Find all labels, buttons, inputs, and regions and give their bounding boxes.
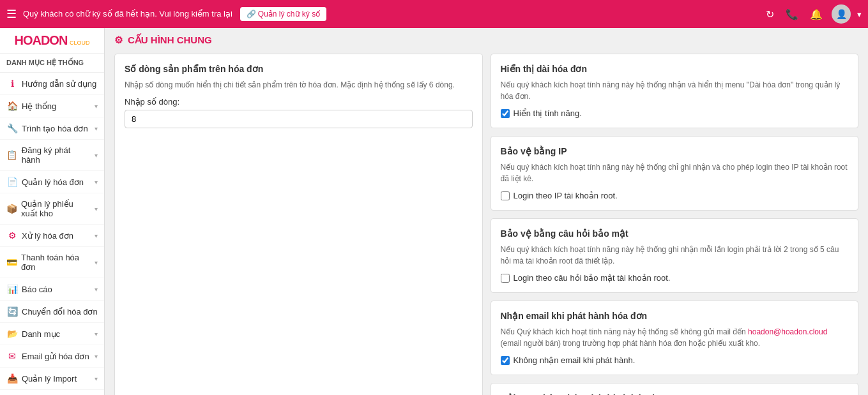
left-card: Số dòng sản phẩm trên hóa đơn Nhập số dò… [114, 54, 483, 395]
sidebar-item-download[interactable]: ⬇ Download ▾ [0, 390, 104, 395]
chevron-icon: ▾ [95, 205, 98, 212]
sidebar-item-chuyen-doi[interactable]: 🔄 Chuyển đổi hóa đơn [0, 301, 104, 323]
page-header: ⚙ CẤU HÌNH CHUNG [114, 34, 858, 46]
sidebar-label: Trình tạo hóa đơn [22, 124, 88, 133]
checkbox-label: Login theo câu hỏi bảo mật tài khoản roo… [514, 273, 671, 283]
chevron-icon: ▾ [95, 103, 98, 110]
sidebar-header: DANH MỤC HỆ THỐNG [0, 54, 104, 73]
checkbox-label: Không nhận email khi phát hành. [514, 355, 636, 365]
avatar[interactable]: 👤 [832, 4, 851, 24]
sidebar-label: Chuyển đổi hóa đơn [22, 307, 98, 317]
sidebar-item-email[interactable]: ✉ Email gửi hóa đơn ▾ [0, 345, 104, 368]
sidebar-item-danh-muc[interactable]: 📂 Danh mục ▾ [0, 323, 104, 345]
card-bao-ve-ip: Bảo vệ bằng IP Nếu quý khách kích hoạt t… [491, 136, 859, 211]
rows-input[interactable] [125, 110, 473, 128]
convert-icon: 🔄 [6, 306, 18, 317]
main-content: ⚙ CẤU HÌNH CHUNG Số dòng sản phẩm trên h… [105, 28, 868, 395]
chevron-icon: ▾ [95, 125, 98, 132]
topbar-alert: Quý khách có chữ ký số đã hết hạn. Vui l… [23, 7, 763, 21]
chevron-icon: ▾ [95, 353, 98, 360]
page-gear-icon: ⚙ [114, 34, 123, 46]
sidebar: HOADON CLOUD DANH MỤC HỆ THỐNG ℹ Hướng d… [0, 28, 105, 395]
checkbox-row-ip: Login theo IP tài khoản root. [501, 191, 849, 200]
logo-area: HOADON CLOUD [0, 28, 104, 54]
email-icon: ✉ [6, 351, 18, 361]
bell-button[interactable]: 🔔 [807, 6, 825, 23]
import-icon: 📥 [6, 373, 18, 384]
manage-signature-link[interactable]: 🔗 Quản lý chữ ký số [240, 7, 327, 21]
card-desc: Nếu Quý khách kích hoạt tính năng này hệ… [501, 326, 849, 349]
layout: HOADON CLOUD DANH MỤC HỆ THỐNG ℹ Hướng d… [0, 28, 868, 395]
phone-button[interactable]: 📞 [783, 6, 801, 23]
chevron-icon: ▾ [95, 259, 98, 266]
chevron-icon: ▾ [95, 375, 98, 382]
payment-icon: 💳 [6, 257, 17, 267]
sidebar-label: Email gửi hóa đơn [22, 352, 89, 361]
card-title: Nhận email khi phát hành hóa đơn [501, 311, 849, 321]
sidebar-item-xu-ly[interactable]: ⚙ Xử lý hóa đơn ▾ [0, 225, 104, 247]
home-icon: 🏠 [6, 101, 18, 111]
sidebar-item-thanh-toan[interactable]: 💳 Thanh toán hóa đơn ▾ [0, 247, 104, 278]
content-grid: Số dòng sản phẩm trên hóa đơn Nhập số dò… [114, 54, 858, 395]
checkbox-row-cau-hoi: Login theo câu hỏi bảo mật tài khoản roo… [501, 273, 849, 283]
card-desc: Nếu quý khách kích hoạt tính năng này hệ… [501, 244, 849, 267]
right-panel: Hiển thị dài hóa đơn Nếu quý khách kích … [491, 54, 859, 395]
wrench-icon: 🔧 [6, 123, 18, 133]
sidebar-label: Danh mục [22, 329, 60, 339]
left-card-description: Nhập số dòng muốn hiển thị chi tiết sản … [125, 79, 473, 91]
sidebar-label: Thanh toán hóa đơn [21, 253, 91, 272]
menu-icon[interactable]: ☰ [6, 7, 17, 21]
info-icon: ℹ [6, 78, 18, 89]
card-desc: Nếu quý khách kích hoạt tính năng này hệ… [501, 79, 849, 102]
box-icon: 📦 [6, 204, 17, 214]
sidebar-item-bao-cao[interactable]: 📊 Báo cáo ▾ [0, 278, 104, 301]
document-icon: 📄 [6, 177, 18, 187]
sidebar-label: Quản lý Import [22, 374, 77, 384]
chart-icon: 📊 [6, 284, 18, 294]
sidebar-item-huong-dan[interactable]: ℹ Hướng dẫn sử dụng [0, 73, 104, 95]
chevron-icon: ▾ [95, 152, 98, 159]
logo: HOADON CLOUD [14, 33, 89, 48]
sidebar-label: Đăng ký phát hành [22, 145, 91, 165]
checkbox-row-hien-thi: Hiển thị tính năng. [501, 108, 849, 118]
checkbox-label: Hiển thị tính năng. [514, 108, 582, 118]
alert-text: Quý khách có chữ ký số đã hết hạn. Vui l… [23, 9, 232, 19]
sidebar-item-trinh-tao[interactable]: 🔧 Trình tạo hóa đơn ▾ [0, 117, 104, 140]
folder-icon: 📂 [6, 329, 18, 339]
settings-icon: ⚙ [6, 230, 18, 241]
card-hien-thi: Hiển thị dài hóa đơn Nếu quý khách kích … [491, 54, 859, 128]
sidebar-item-quan-ly-phieu[interactable]: 📦 Quản lý phiếu xuất kho ▾ [0, 193, 104, 225]
sidebar-label: Xử lý hóa đơn [22, 231, 73, 241]
sidebar-item-he-thong[interactable]: 🏠 Hệ thống ▾ [0, 95, 104, 117]
checkbox-ip[interactable] [501, 191, 510, 200]
card-title: Bảo vệ bằng IP [501, 146, 849, 156]
user-dropdown-arrow[interactable]: ▾ [857, 10, 862, 19]
sidebar-label: Báo cáo [22, 285, 52, 294]
chevron-icon: ▾ [95, 179, 98, 186]
card-cau-hoi: Bảo vệ bằng câu hỏi bảo mật Nếu quý khác… [491, 218, 859, 293]
card-nhan-email: Nhận email khi phát hành hóa đơn Nếu Quý… [491, 301, 859, 375]
sidebar-label: Hướng dẫn sử dụng [22, 79, 96, 89]
checkbox-email[interactable] [501, 356, 510, 365]
sidebar-label: Hệ thống [22, 101, 56, 111]
topbar-icons: ↻ 📞 🔔 👤 ▾ [763, 4, 862, 24]
card-title: Hiển thị dài hóa đơn [501, 64, 849, 74]
checkbox-hien-thi[interactable] [501, 109, 510, 118]
chevron-icon: ▾ [95, 232, 98, 239]
sidebar-item-import[interactable]: 📥 Quản lý Import ▾ [0, 368, 104, 390]
checkbox-row-email: Không nhận email khi phát hành. [501, 355, 849, 365]
checkbox-cau-hoi[interactable] [501, 274, 510, 283]
refresh-button[interactable]: ↻ [763, 6, 777, 23]
card-desc: Nếu quý khách kích hoạt tính năng này hệ… [501, 161, 849, 184]
left-card-title: Số dòng sản phẩm trên hóa đơn [125, 64, 473, 74]
sidebar-item-dang-ky[interactable]: 📋 Đăng ký phát hành ▾ [0, 140, 104, 171]
input-label: Nhập số dòng: [125, 97, 473, 107]
chevron-icon: ▾ [95, 331, 98, 338]
sidebar-label: Quản lý hóa đơn [22, 177, 84, 187]
card-gui-sms: Gửi SMS thông báo phát hành hóa đơn Nếu … [491, 383, 859, 395]
checkbox-label: Login theo IP tài khoản root. [514, 191, 618, 200]
sidebar-item-quan-ly-hd[interactable]: 📄 Quản lý hóa đơn ▾ [0, 171, 104, 193]
card-title: Bảo vệ bằng câu hỏi bảo mật [501, 228, 849, 239]
clipboard-icon: 📋 [6, 150, 18, 160]
page-title: CẤU HÌNH CHUNG [128, 34, 212, 46]
